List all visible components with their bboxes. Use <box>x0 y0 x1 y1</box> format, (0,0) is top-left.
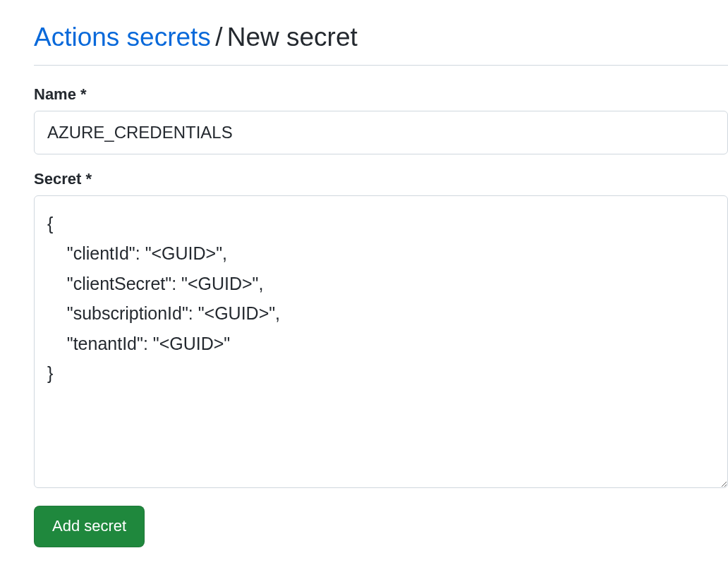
secret-textarea[interactable] <box>34 195 728 488</box>
form-group-secret: Secret * <box>34 170 728 490</box>
page-title-heading: Actions secrets / New secret <box>34 21 728 54</box>
page-container: Actions secrets / New secret Name * Secr… <box>0 0 728 568</box>
breadcrumb-current: New secret <box>227 23 358 51</box>
name-input[interactable] <box>34 111 728 154</box>
breadcrumb-link-actions-secrets[interactable]: Actions secrets <box>34 23 211 51</box>
add-secret-button[interactable]: Add secret <box>34 506 145 547</box>
secret-label: Secret * <box>34 170 728 188</box>
form-group-name: Name * <box>34 85 728 154</box>
breadcrumb-separator: / <box>215 23 222 51</box>
page-header: Actions secrets / New secret <box>34 21 728 66</box>
name-label: Name * <box>34 85 728 104</box>
